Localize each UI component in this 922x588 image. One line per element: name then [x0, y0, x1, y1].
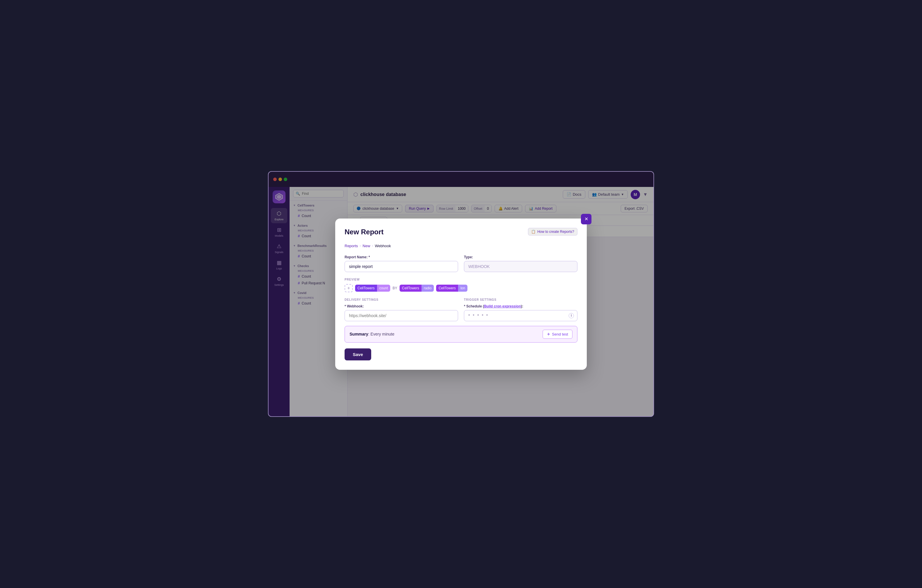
save-button[interactable]: Save [345, 348, 371, 360]
schedule-label: * Schedule (Build cron expression): [464, 304, 577, 308]
delivery-settings-col: DELIVERY SETTINGS * Webhook: [345, 298, 458, 321]
modal-overlay: ✕ New Report 📋 How to create Reports? Re… [268, 172, 654, 416]
build-cron-link[interactable]: Build cron expression [484, 304, 521, 308]
form-row-name-type: Report Name: * Type: [345, 255, 577, 272]
trigger-settings-col: TRIGGER SETTINGS * Schedule (Build cron … [464, 298, 577, 321]
app-window: ⬡ Explore ⊞ Models ⚠ Signals ▦ Logs ⚙ Se… [268, 171, 654, 417]
schedule-input[interactable] [464, 310, 577, 321]
report-name-label: Report Name: * [345, 255, 458, 259]
add-chip-button[interactable]: + [345, 284, 353, 292]
breadcrumb-new[interactable]: New [363, 244, 370, 248]
breadcrumb-webhook: Webhook [375, 244, 391, 248]
schedule-input-wrap: ℹ [464, 310, 577, 321]
modal-close-button[interactable]: ✕ [581, 214, 592, 224]
summary-bar: Summary: Every minute ✈ Send test [345, 326, 577, 343]
send-test-button[interactable]: ✈ Send test [543, 330, 572, 339]
report-name-input[interactable] [345, 261, 458, 272]
type-input [464, 261, 577, 272]
info-icon[interactable]: ℹ [569, 313, 574, 318]
webhook-input[interactable] [345, 310, 458, 321]
delivery-label: DELIVERY SETTINGS [345, 298, 458, 301]
modal-title: New Report [345, 228, 384, 236]
help-icon: 📋 [531, 230, 536, 234]
modal: ✕ New Report 📋 How to create Reports? Re… [335, 219, 587, 370]
form-group-name: Report Name: * [345, 255, 458, 272]
breadcrumb-sep-1: › [360, 244, 361, 248]
breadcrumb-reports[interactable]: Reports [345, 244, 358, 248]
summary-text: Summary: Every minute [350, 332, 394, 336]
webhook-label: * Webhook: [345, 304, 458, 308]
how-to-button[interactable]: 📋 How to create Reports? [528, 228, 577, 235]
trigger-label: TRIGGER SETTINGS [464, 298, 577, 301]
type-label: Type: [464, 255, 577, 259]
form-group-type: Type: [464, 255, 577, 272]
preview-area: + CellTowers count BY CellTowers radio C… [345, 284, 577, 292]
chip-celltowers-count: CellTowers count [355, 285, 390, 292]
settings-row: DELIVERY SETTINGS * Webhook: TRIGGER SET… [345, 298, 577, 321]
chip-celltowers-radio: CellTowers radio [400, 285, 434, 292]
breadcrumb: Reports › New › Webhook [345, 244, 577, 248]
send-icon: ✈ [547, 332, 550, 336]
breadcrumb-sep-2: › [372, 244, 373, 248]
by-label: BY [392, 286, 397, 290]
chip-celltowers-lon: CellTowers lon [436, 285, 468, 292]
preview-label: PREVIEW [345, 278, 577, 281]
